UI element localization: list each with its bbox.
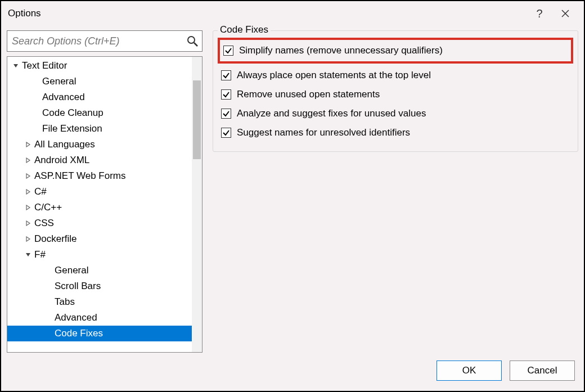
tree-item[interactable]: C/C++ (7, 200, 192, 215)
expand-right-icon[interactable] (24, 141, 32, 148)
tree-item[interactable]: Tabs (7, 294, 192, 310)
expand-right-icon[interactable] (24, 204, 32, 211)
tree-item[interactable]: General (7, 263, 192, 278)
titlebar: Options ? (1, 1, 584, 26)
tree-item-label: Code Fixes (55, 328, 103, 339)
close-button[interactable] (552, 1, 578, 26)
check-icon (224, 47, 232, 55)
svg-line-3 (194, 43, 197, 46)
tree-item[interactable]: Advanced (7, 310, 192, 326)
check-icon (222, 91, 230, 98)
tree-item-label: General (42, 76, 76, 87)
tree-item-label: C# (34, 186, 47, 197)
tree-spacer (44, 314, 52, 322)
tree-item[interactable]: File Extension (7, 121, 192, 137)
tree-spacer (32, 93, 40, 101)
tree-item-label: All Languages (34, 139, 95, 150)
option-label: Analyze and suggest fixes for unused val… (237, 108, 426, 119)
tree-spacer (32, 78, 40, 85)
tree-item[interactable]: C# (7, 184, 192, 200)
expand-down-icon[interactable] (24, 251, 32, 259)
option-row: Always place open statements at the top … (221, 66, 570, 85)
options-dialog: Options ? Text EditorGeneralAdvancedCode… (0, 0, 585, 392)
tree-item-label: Android XML (34, 155, 89, 166)
search-input[interactable] (7, 30, 202, 52)
option-row: Remove unused open statements (221, 85, 570, 104)
tree-spacer (32, 109, 40, 117)
help-button[interactable]: ? (526, 1, 552, 26)
dialog-footer: OK Cancel (1, 353, 584, 391)
tree-item-label: CSS (34, 218, 54, 229)
option-row: Analyze and suggest fixes for unused val… (221, 104, 570, 123)
tree-item-label: Advanced (55, 312, 97, 323)
highlighted-option: Simplify names (remove unnecessary quali… (218, 38, 573, 64)
checkbox[interactable] (223, 46, 233, 56)
option-label: Always place open statements at the top … (237, 70, 431, 81)
tree-item[interactable]: CSS (7, 215, 192, 231)
expand-right-icon[interactable] (24, 156, 32, 164)
tree-item[interactable]: ASP.NET Web Forms (7, 168, 192, 184)
option-label: Simplify names (remove unnecessary quali… (239, 45, 443, 56)
tree-item[interactable]: Code Cleanup (7, 105, 192, 121)
check-icon (222, 71, 230, 79)
options-tree[interactable]: Text EditorGeneralAdvancedCode CleanupFi… (7, 56, 202, 353)
close-icon (561, 10, 569, 17)
tree-item[interactable]: Scroll Bars (7, 278, 192, 294)
tree-item[interactable]: Dockerfile (7, 231, 192, 247)
checkbox[interactable] (221, 128, 231, 138)
svg-point-2 (188, 37, 195, 43)
tree-item[interactable]: F# (7, 247, 192, 263)
option-row: Simplify names (remove unnecessary quali… (223, 41, 568, 60)
expand-down-icon[interactable] (12, 62, 20, 70)
tree-item[interactable]: All Languages (7, 137, 192, 152)
tree-item[interactable]: Android XML (7, 152, 192, 168)
tree-item-label: Text Editor (22, 60, 67, 71)
tree-item[interactable]: Advanced (7, 89, 192, 105)
tree-item-label: Code Cleanup (42, 107, 104, 119)
tree-item-label: C/C++ (34, 202, 62, 213)
tree-scrollbar[interactable] (192, 57, 202, 352)
tree-spacer (44, 330, 52, 337)
tree-item-label: Tabs (55, 296, 75, 308)
tree-spacer (44, 298, 52, 306)
tree-item-label: Scroll Bars (55, 281, 101, 292)
tree-item-label: Dockerfile (34, 233, 77, 245)
expand-right-icon[interactable] (24, 219, 32, 227)
code-fixes-group: Code Fixes Simplify names (remove unnece… (213, 30, 578, 152)
ok-button[interactable]: OK (436, 361, 502, 381)
tree-item-label: ASP.NET Web Forms (34, 170, 126, 182)
checkbox[interactable] (221, 109, 231, 119)
tree-spacer (44, 282, 52, 290)
expand-right-icon[interactable] (24, 172, 32, 180)
tree-spacer (44, 267, 52, 274)
check-icon (222, 129, 230, 137)
tree-item-label: File Extension (42, 123, 102, 134)
expand-right-icon[interactable] (24, 235, 32, 243)
option-row: Suggest names for unresolved identifiers (221, 123, 570, 142)
checkbox[interactable] (221, 70, 231, 80)
tree-item-label: General (55, 265, 88, 276)
window-title: Options (7, 8, 41, 19)
tree-item[interactable]: Code Fixes (7, 326, 192, 341)
option-label: Remove unused open statements (237, 89, 380, 100)
check-icon (222, 110, 230, 118)
option-label: Suggest names for unresolved identifiers (237, 127, 410, 138)
expand-right-icon[interactable] (24, 188, 32, 196)
cancel-button[interactable]: Cancel (510, 361, 575, 381)
tree-item[interactable]: Text Editor (7, 58, 192, 74)
tree-item[interactable]: General (7, 74, 192, 89)
group-title: Code Fixes (218, 24, 271, 35)
tree-item-label: F# (34, 249, 46, 260)
tree-spacer (32, 125, 40, 133)
tree-item-label: Advanced (42, 92, 85, 103)
checkbox[interactable] (221, 89, 231, 100)
search-icon[interactable] (187, 35, 198, 47)
scrollbar-thumb[interactable] (193, 80, 201, 159)
